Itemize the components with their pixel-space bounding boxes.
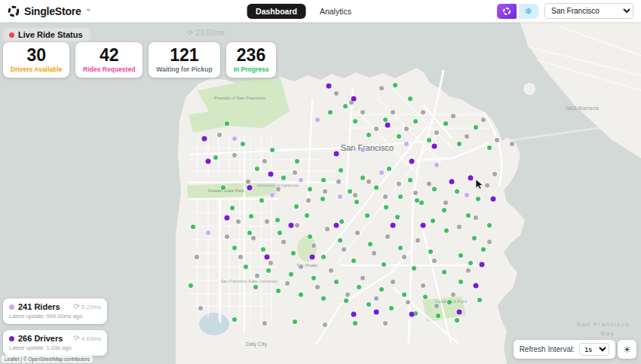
query-latency-indicator: ⟳ 23.02ms	[187, 29, 225, 37]
refresh-interval-control: Refresh Interval: 1s	[514, 340, 615, 359]
refresh-interval-select[interactable]: 1s	[579, 343, 609, 356]
stat-value: 30	[11, 46, 62, 65]
riders-dot	[9, 304, 14, 310]
refresh-icon: ⟳	[73, 335, 79, 342]
theme-toggle-button[interactable]: ☀	[618, 340, 636, 359]
singlestore-db-icon	[501, 6, 512, 17]
refresh-icon: ⟳	[73, 303, 79, 310]
drivers-dot	[9, 336, 14, 341]
city-select[interactable]: San Francisco	[544, 3, 633, 19]
refresh-interval-label: Refresh Interval:	[520, 345, 575, 353]
singlestore-logo[interactable]: SingleStore ™	[8, 5, 90, 17]
live-indicator-dot	[9, 32, 14, 38]
stat-value: 121	[156, 46, 212, 65]
header-right-group: ❄ San Francisco	[497, 3, 633, 19]
snowflake-db-toggle-button[interactable]: ❄	[519, 4, 538, 19]
database-toggle: ❄	[497, 4, 538, 19]
drivers-summary-card: 266 Drivers ⟳ 4.63ms Latest update: 1.03…	[3, 330, 107, 356]
riders-latest-update: Latest update: 994.00ms ago	[9, 313, 101, 320]
map-attribution[interactable]: Leaflet | © OpenStreetMap contributors	[2, 356, 93, 362]
stat-value: 42	[83, 46, 135, 65]
main-nav: Dashboard Analytics	[247, 4, 356, 19]
live-ride-status-badge: Live Ride Status	[3, 28, 90, 41]
drivers-latency: ⟳ 4.63ms	[73, 335, 101, 342]
app-header: SingleStore ™ Dashboard Analytics ❄ San …	[0, 0, 641, 23]
snowflake-icon: ❄	[525, 7, 532, 16]
logo-trademark: ™	[86, 8, 90, 13]
stat-label: Rides Requested	[83, 66, 135, 73]
attribution-text: Leaflet | © OpenStreetMap contributors	[5, 356, 90, 362]
riders-summary-card: 241 Riders ⟳ 5.22ms Latest update: 994.0…	[3, 298, 107, 324]
singlestore-db-toggle-button[interactable]	[497, 4, 517, 19]
logo-text: SingleStore	[24, 5, 81, 17]
stat-label: In Progress	[234, 66, 269, 73]
tab-dashboard[interactable]: Dashboard	[247, 4, 306, 19]
sun-icon: ☀	[623, 344, 631, 355]
stat-card-in-progress: 236 In Progress	[226, 42, 277, 78]
stat-card-rides-requested: 42 Rides Requested	[75, 42, 143, 78]
riders-latency: ⟳ 5.22ms	[73, 303, 101, 310]
tab-analytics[interactable]: Analytics	[315, 4, 356, 19]
query-latency-value: 23.02ms	[195, 29, 224, 37]
stat-value: 236	[234, 46, 269, 65]
stat-card-waiting-for-pickup: 121 Waiting for Pickup	[149, 42, 219, 78]
drivers-count: 266 Drivers	[18, 334, 63, 343]
refresh-icon: ⟳	[187, 29, 193, 37]
stat-card-drivers-available: 30 Drivers Available	[3, 42, 69, 78]
singlestore-logo-icon	[8, 5, 20, 17]
stat-label: Waiting for Pickup	[156, 66, 212, 73]
live-ride-status-label: Live Ride Status	[18, 30, 83, 39]
drivers-latest-update: Latest update: 1.03s ago	[9, 344, 101, 351]
riders-count: 241 Riders	[18, 302, 60, 311]
stats-row: 30 Drivers Available 42 Rides Requested …	[3, 42, 276, 78]
stat-label: Drivers Available	[11, 66, 62, 73]
